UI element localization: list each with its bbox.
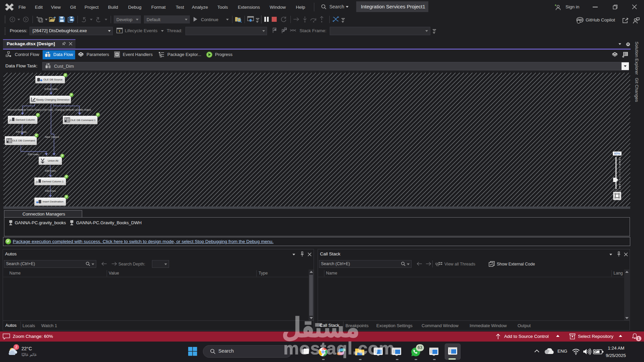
svg-text:fx: fx (36, 180, 38, 183)
svg-text:fx: fx (9, 118, 12, 122)
